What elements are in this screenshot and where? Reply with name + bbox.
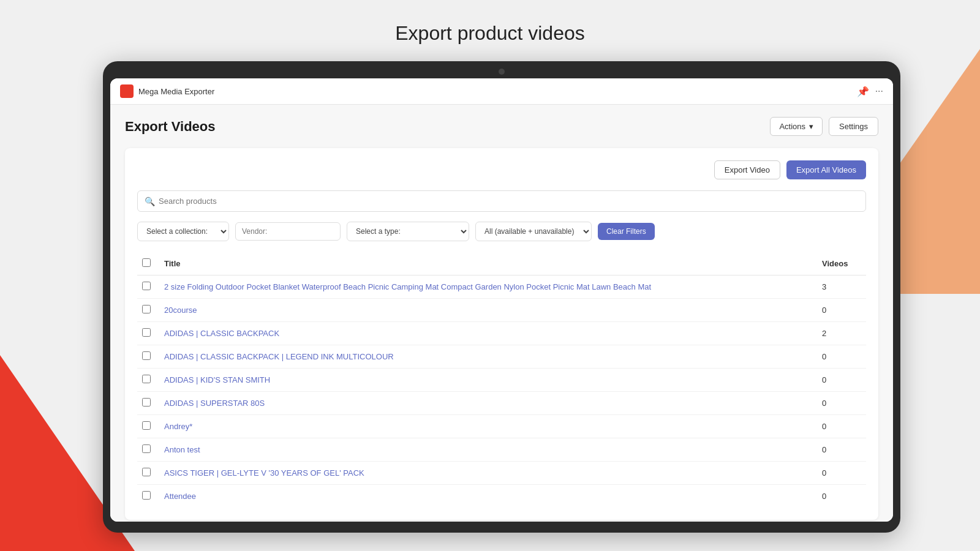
product-link[interactable]: Anton test — [164, 445, 200, 454]
main-card: Export Video Export All Videos 🔍 Select … — [125, 148, 878, 520]
vendor-filter[interactable] — [235, 222, 341, 241]
search-icon: 🔍 — [145, 197, 155, 206]
row-checkbox[interactable] — [142, 444, 151, 453]
pin-icon[interactable]: 📌 — [857, 86, 869, 97]
row-title-cell: ADIDAS | KID'S STAN SMITH — [159, 369, 817, 392]
row-checkbox[interactable] — [142, 351, 151, 360]
export-all-videos-button[interactable]: Export All Videos — [786, 160, 866, 179]
product-link[interactable]: ADIDAS | SUPERSTAR 80S — [164, 399, 265, 408]
row-title-cell: ADIDAS | CLASSIC BACKPACK | LEGEND INK M… — [159, 345, 817, 369]
filters-row: Select a collection: Select a type: All … — [137, 222, 866, 241]
main-content: Export Videos Actions ▾ Settings Export … — [110, 105, 893, 522]
row-videos-cell: 0 — [817, 438, 866, 462]
app-header: Mega Media Exporter 📌 ··· — [110, 78, 893, 105]
table-row: ADIDAS | CLASSIC BACKPACK2 — [137, 322, 866, 345]
product-link[interactable]: ADIDAS | KID'S STAN SMITH — [164, 375, 270, 384]
table-row: 2 size Folding Outdoor Pocket Blanket Wa… — [137, 276, 866, 299]
row-videos-cell: 0 — [817, 415, 866, 438]
product-link[interactable]: ASICS TIGER | GEL-LYTE V '30 YEARS OF GE… — [164, 468, 364, 478]
row-title-cell: ADIDAS | CLASSIC BACKPACK — [159, 322, 817, 345]
product-link[interactable]: 2 size Folding Outdoor Pocket Blanket Wa… — [164, 282, 651, 291]
row-checkbox[interactable] — [142, 491, 151, 500]
row-title-cell: ASICS TIGER | GEL-LYTE V '30 YEARS OF GE… — [159, 462, 817, 485]
product-table: Title Videos 2 size Folding Outdoor Pock… — [137, 252, 866, 508]
table-body: 2 size Folding Outdoor Pocket Blanket Wa… — [137, 276, 866, 508]
app-name: Mega Media Exporter — [138, 87, 857, 96]
table-row: Andrey*0 — [137, 415, 866, 438]
table-row: ASICS TIGER | GEL-LYTE V '30 YEARS OF GE… — [137, 462, 866, 485]
table-row: 20course0 — [137, 299, 866, 322]
actions-label: Actions — [779, 122, 805, 131]
product-link[interactable]: 20course — [164, 305, 197, 315]
page-heading: Export Videos — [125, 119, 216, 135]
row-checkbox-cell — [137, 322, 159, 345]
select-all-header — [137, 252, 159, 276]
row-title-cell: Andrey* — [159, 415, 817, 438]
export-video-button[interactable]: Export Video — [714, 160, 780, 179]
row-title-cell: Attendee — [159, 485, 817, 508]
tablet-screen: Mega Media Exporter 📌 ··· Export Videos … — [110, 78, 893, 522]
row-checkbox[interactable] — [142, 328, 151, 337]
tablet-frame: Mega Media Exporter 📌 ··· Export Videos … — [103, 61, 900, 533]
select-all-checkbox[interactable] — [142, 258, 151, 267]
table-header: Title Videos — [137, 252, 866, 276]
page-header: Export Videos Actions ▾ Settings — [125, 117, 878, 136]
clear-filters-button[interactable]: Clear Filters — [598, 223, 655, 240]
row-videos-cell: 0 — [817, 462, 866, 485]
row-checkbox-cell — [137, 438, 159, 462]
app-logo — [120, 84, 134, 98]
row-checkbox[interactable] — [142, 398, 151, 407]
row-videos-cell: 0 — [817, 299, 866, 322]
settings-button[interactable]: Settings — [829, 117, 878, 136]
row-title-cell: 2 size Folding Outdoor Pocket Blanket Wa… — [159, 276, 817, 299]
row-checkbox-cell — [137, 369, 159, 392]
row-checkbox-cell — [137, 392, 159, 415]
row-videos-cell: 3 — [817, 276, 866, 299]
row-checkbox[interactable] — [142, 468, 151, 476]
videos-column-header: Videos — [817, 252, 866, 276]
row-title-cell: Anton test — [159, 438, 817, 462]
search-input[interactable] — [137, 190, 866, 212]
row-videos-cell: 0 — [817, 485, 866, 508]
row-checkbox-cell — [137, 485, 159, 508]
row-title-cell: 20course — [159, 299, 817, 322]
table-row: ADIDAS | SUPERSTAR 80S0 — [137, 392, 866, 415]
collection-filter[interactable]: Select a collection: — [137, 222, 229, 241]
table-row: ADIDAS | KID'S STAN SMITH0 — [137, 369, 866, 392]
page-title: Export product videos — [0, 0, 980, 57]
type-filter[interactable]: Select a type: — [347, 222, 469, 241]
card-top-buttons: Export Video Export All Videos — [137, 160, 866, 179]
row-checkbox[interactable] — [142, 421, 151, 430]
product-link[interactable]: Andrey* — [164, 422, 192, 431]
row-videos-cell: 2 — [817, 322, 866, 345]
search-container: 🔍 — [137, 190, 866, 212]
row-checkbox[interactable] — [142, 375, 151, 383]
more-icon[interactable]: ··· — [875, 86, 883, 97]
row-checkbox-cell — [137, 276, 159, 299]
row-videos-cell: 0 — [817, 369, 866, 392]
app-header-icons: 📌 ··· — [857, 86, 883, 97]
row-checkbox-cell — [137, 415, 159, 438]
row-checkbox[interactable] — [142, 282, 151, 290]
product-link[interactable]: Attendee — [164, 492, 196, 501]
table-row: Attendee0 — [137, 485, 866, 508]
row-videos-cell: 0 — [817, 392, 866, 415]
product-link[interactable]: ADIDAS | CLASSIC BACKPACK — [164, 329, 279, 338]
row-checkbox-cell — [137, 462, 159, 485]
row-checkbox-cell — [137, 345, 159, 369]
actions-chevron-icon: ▾ — [809, 122, 813, 131]
title-column-header: Title — [159, 252, 817, 276]
table-row: Anton test0 — [137, 438, 866, 462]
header-buttons: Actions ▾ Settings — [770, 117, 878, 136]
availability-filter[interactable]: All (available + unavailable)Available o… — [475, 222, 592, 241]
tablet-camera — [499, 69, 505, 75]
product-link[interactable]: ADIDAS | CLASSIC BACKPACK | LEGEND INK M… — [164, 352, 394, 361]
table-row: ADIDAS | CLASSIC BACKPACK | LEGEND INK M… — [137, 345, 866, 369]
actions-button[interactable]: Actions ▾ — [770, 117, 823, 136]
row-checkbox[interactable] — [142, 305, 151, 313]
row-videos-cell: 0 — [817, 345, 866, 369]
row-title-cell: ADIDAS | SUPERSTAR 80S — [159, 392, 817, 415]
row-checkbox-cell — [137, 299, 159, 322]
